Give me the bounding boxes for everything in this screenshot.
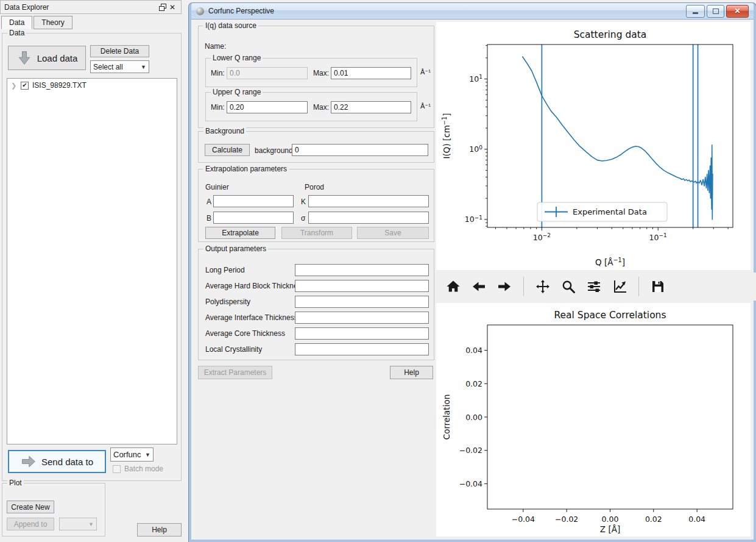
porod-sigma-input[interactable] [308,212,429,224]
svg-text:0.00: 0.00 [465,413,482,422]
background-label: background [255,146,293,155]
minimize-icon[interactable] [686,5,705,18]
svg-text:Scattering data: Scattering data [574,29,647,40]
background-group: Background Calculate background [198,131,434,163]
lower-q-min-label: Min: [211,69,225,77]
batch-mode-row: Batch mode [113,465,163,473]
upper-q-min-input[interactable] [227,101,308,113]
calculate-button[interactable]: Calculate [205,144,250,156]
checkbox-checked-icon[interactable]: ✔ [21,82,29,90]
scattering-figure[interactable]: 10−210−110110010−1Scattering dataQ [Å−1]… [436,22,751,270]
plot-toolbar [436,273,756,301]
svg-text:−0.02: −0.02 [459,446,482,455]
background-title: Background [203,127,246,135]
lower-q-max-input[interactable] [331,67,411,79]
zoom-icon[interactable] [559,276,578,297]
customize-icon[interactable] [610,276,629,297]
svg-text:0.04: 0.04 [465,346,482,355]
data-explorer-title: Data Explorer [4,3,158,12]
file-name: ISIS_98929.TXT [32,81,87,90]
guinier-b-label: B [207,214,211,223]
batch-mode-label: Batch mode [124,465,163,473]
float-icon[interactable] [158,2,168,12]
perspective-combo[interactable]: Corfunc ▼ [110,448,154,462]
scattering-chart[interactable]: 10−210−110110010−1Scattering dataQ [Å−1]… [436,22,751,270]
chevron-right-icon[interactable]: ❯ [11,82,17,90]
long-period-input[interactable] [295,264,429,276]
delete-data-button[interactable]: Delete Data [90,45,149,57]
output-row-label: Polydispersity [205,298,250,306]
list-item[interactable]: ❯ ✔ ISIS_98929.TXT [7,79,177,90]
toolbar-separator [523,277,524,296]
subplots-icon[interactable] [584,276,604,297]
save-icon[interactable] [648,276,668,297]
upper-q-max-label: Max: [313,103,329,112]
porod-label: Porod [305,183,324,191]
forward-icon[interactable] [495,276,514,297]
back-icon[interactable] [469,276,489,297]
extrapolate-button[interactable]: Extrapolate [205,227,275,239]
lower-q-unit: Å⁻¹ [420,68,431,76]
svg-text:−0.02: −0.02 [555,515,578,524]
output-row-label: Local Crystallinity [205,345,262,354]
select-all-combo[interactable]: Select all ▼ [90,60,149,73]
data-group-title: Data [7,29,26,37]
append-to-combo[interactable]: ▼ [59,518,97,530]
guinier-a-input[interactable] [213,195,294,207]
data-explorer-panel: Data Explorer ✕ Data Theory Data Load da… [0,0,183,542]
svg-text:10−1: 10−1 [649,232,667,242]
caret-down-icon: ▼ [145,452,150,458]
svg-text:0.00: 0.00 [602,515,619,524]
transform-button[interactable]: Transform [281,227,352,239]
output-title: Output parameters [203,244,268,253]
svg-text:100: 100 [469,144,482,154]
home-icon[interactable] [443,276,463,297]
svg-text:I(Q) [cm−1]: I(Q) [cm−1] [441,113,451,159]
append-to-button[interactable]: Append to [7,518,54,530]
upper-q-max-input[interactable] [331,101,411,113]
guinier-label: Guinier [205,183,229,191]
corfunc-titlebar[interactable]: Corfunc Perspective ✕ [191,3,754,20]
porod-k-input[interactable] [308,195,429,207]
right-arrow-icon [21,454,37,469]
close-icon[interactable]: ✕ [168,2,177,12]
background-input[interactable] [292,144,428,156]
svg-text:101: 101 [469,74,482,84]
caret-down-icon: ▼ [88,521,94,527]
hard-block-input[interactable] [295,280,429,292]
lower-q-min-input[interactable] [227,67,308,79]
iq-source-title: I(q) data source [203,21,258,30]
tab-theory[interactable]: Theory [34,16,72,29]
save-button[interactable]: Save [357,227,429,239]
correlation-figure[interactable]: −0.04−0.020.000.020.040.040.020.00−0.02−… [436,303,751,537]
caret-down-icon: ▼ [141,64,146,70]
local-crystallinity-input[interactable] [295,343,429,355]
load-data-button[interactable]: Load data [8,46,86,70]
correlation-chart[interactable]: −0.04−0.020.000.020.040.040.020.00−0.02−… [436,303,751,537]
toolbar-separator [638,277,639,296]
data-file-list[interactable]: ❯ ✔ ISIS_98929.TXT [7,78,177,444]
corfunc-help-button[interactable]: Help [390,366,433,379]
upper-q-min-label: Min: [211,103,225,112]
output-row-label: Average Hard Block Thickness [205,282,305,290]
create-new-button[interactable]: Create New [7,501,54,513]
upper-q-title: Upper Q range [211,88,263,96]
tab-data[interactable]: Data [1,16,32,29]
svg-text:Experimental Data: Experimental Data [573,207,647,216]
extract-parameters-button[interactable]: Extract Parameters [198,366,272,379]
extrapolation-title: Extrapolation parameters [203,165,289,173]
plot-group-title: Plot [7,479,24,487]
output-row-label: Long Period [205,266,245,274]
core-thickness-input[interactable] [295,327,429,340]
svg-text:Q [Å−1]: Q [Å−1] [595,257,625,267]
close-icon[interactable]: ✕ [726,5,749,18]
maximize-icon[interactable] [707,5,724,18]
batch-mode-checkbox[interactable] [113,465,121,473]
interface-thickness-input[interactable] [295,312,429,324]
pan-icon[interactable] [533,276,553,297]
app-icon [196,7,204,15]
send-data-button[interactable]: Send data to [8,450,106,473]
polydispersity-input[interactable] [295,296,429,308]
guinier-b-input[interactable] [213,212,294,224]
explorer-help-button[interactable]: Help [137,523,182,537]
